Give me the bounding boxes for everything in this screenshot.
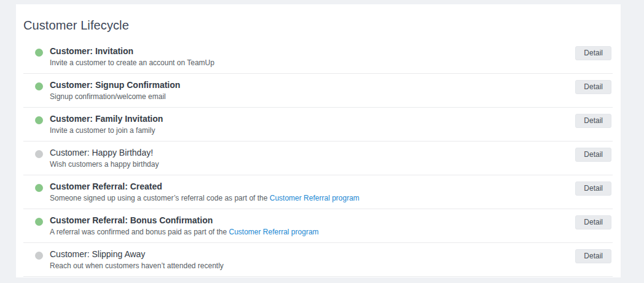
list-item-content: Customer: Signup Confirmation Signup con… — [50, 80, 575, 102]
template-title: Customer Referral: Created — [50, 181, 575, 192]
status-dot-icon — [35, 252, 43, 260]
list-item-content: Customer: Happy Birthday! Wish customers… — [50, 148, 575, 169]
list-item-content: Customer Referral: Created Someone signe… — [50, 181, 575, 203]
status-dot-icon — [35, 150, 43, 158]
list-item: Customer: Happy Birthday! Wish customers… — [23, 142, 613, 175]
list-item: Customer Referral: Bonus Confirmation A … — [23, 209, 613, 243]
status-dot-icon — [35, 184, 43, 192]
template-description: Signup confirmation/welcome email — [50, 92, 575, 102]
detail-button[interactable]: Detail — [575, 249, 611, 263]
list-item-content: Customer: Invitation Invite a customer t… — [50, 46, 575, 68]
list-item-content: Customer: Slipping Away Reach out when c… — [50, 249, 575, 271]
list-item: Customer: Family Invitation Invite a cus… — [23, 108, 613, 142]
list-item: Customer: Signup Confirmation Signup con… — [23, 74, 613, 108]
template-description: Invite a customer to join a family — [50, 126, 575, 135]
list-item: Customer Referral: Created Someone signe… — [23, 175, 613, 209]
template-description: Wish customers a happy birthday — [50, 160, 575, 169]
detail-button[interactable]: Detail — [575, 215, 611, 229]
detail-button[interactable]: Detail — [575, 148, 611, 162]
template-description: Reach out when customers haven’t attende… — [50, 261, 575, 271]
template-title: Customer: Signup Confirmation — [50, 80, 575, 90]
list-item: Community Happiness: Reputation Manageme… — [23, 277, 613, 283]
page-title: Customer Lifecycle — [23, 18, 613, 33]
template-title: Customer: Invitation — [50, 46, 575, 57]
list-item: Customer: Slipping Away Reach out when c… — [23, 243, 613, 277]
description-link[interactable]: Customer Referral program — [229, 228, 319, 236]
template-description: Someone signed up using a customer’s ref… — [50, 194, 575, 203]
status-dot-icon — [35, 49, 43, 57]
customer-lifecycle-card: Customer Lifecycle Customer: Invitation … — [16, 4, 621, 277]
template-title: Customer: Happy Birthday! — [50, 148, 575, 158]
template-description: A referral was confirmed and bonus paid … — [50, 228, 575, 237]
list-item-content: Customer: Family Invitation Invite a cus… — [50, 114, 575, 135]
list-item: Customer: Invitation Invite a customer t… — [23, 40, 613, 74]
description-link[interactable]: Customer Referral program — [270, 194, 359, 202]
template-list: Customer: Invitation Invite a customer t… — [23, 40, 613, 283]
detail-button[interactable]: Detail — [575, 46, 611, 60]
status-dot-icon — [35, 218, 43, 226]
template-title: Customer: Family Invitation — [50, 114, 575, 124]
list-item-content: Customer Referral: Bonus Confirmation A … — [50, 215, 575, 237]
status-dot-icon — [35, 82, 43, 90]
detail-button[interactable]: Detail — [575, 114, 611, 128]
template-title: Customer: Slipping Away — [50, 249, 575, 260]
status-dot-icon — [35, 116, 43, 124]
template-description: Invite a customer to create an account o… — [50, 58, 575, 68]
template-title: Customer Referral: Bonus Confirmation — [50, 215, 575, 226]
detail-button[interactable]: Detail — [575, 181, 611, 196]
detail-button[interactable]: Detail — [575, 80, 611, 94]
